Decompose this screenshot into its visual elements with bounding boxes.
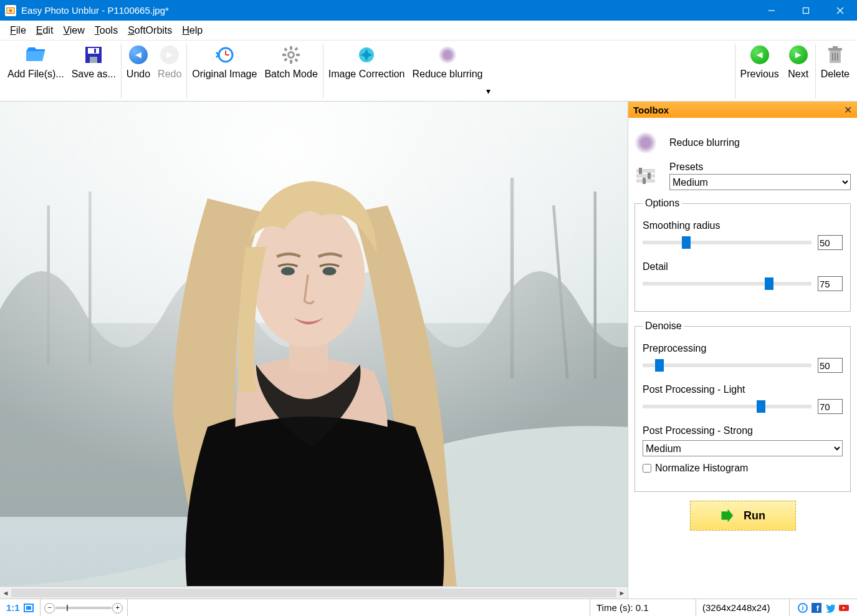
- denoise-fieldset: Denoise Preprocessing Post Processing - …: [634, 320, 851, 492]
- scroll-left-icon[interactable]: ◄: [0, 587, 11, 599]
- run-arrow-icon: [720, 509, 734, 522]
- svg-rect-15: [290, 60, 292, 64]
- svg-rect-21: [284, 57, 287, 61]
- undo-icon: ◄: [128, 44, 149, 65]
- reduce-blurring-button[interactable]: Reduce blurring: [409, 42, 487, 82]
- minimize-button[interactable]: [754, 0, 788, 21]
- svg-rect-14: [290, 46, 292, 50]
- original-image-button[interactable]: Original Image: [188, 42, 261, 82]
- toolbox-section-title: Reduce blurring: [669, 137, 740, 148]
- svg-rect-3: [803, 7, 808, 13]
- svg-rect-25: [828, 48, 842, 51]
- menu-view[interactable]: View: [58, 22, 89, 39]
- twitter-icon[interactable]: [825, 603, 835, 613]
- arrow-right-icon: ►: [788, 44, 809, 65]
- delete-button[interactable]: Delete: [817, 42, 853, 82]
- menu-file[interactable]: File: [5, 22, 31, 39]
- image-canvas[interactable]: [0, 102, 628, 586]
- status-dimensions: (3264x2448x24): [696, 599, 789, 616]
- svg-rect-26: [833, 46, 838, 48]
- toolbox-header: Toolbox ✕: [628, 102, 857, 118]
- save-as-button[interactable]: Save as...: [68, 42, 120, 82]
- status-time: Time (s): 0.1: [590, 599, 696, 616]
- close-button[interactable]: [823, 0, 857, 21]
- svg-rect-8: [90, 57, 97, 63]
- detail-label: Detail: [643, 261, 843, 272]
- poststrong-select[interactable]: Medium: [643, 440, 843, 456]
- menu-tools[interactable]: Tools: [90, 22, 123, 39]
- presets-select[interactable]: Medium: [669, 174, 851, 190]
- postlight-value[interactable]: [818, 399, 843, 414]
- previous-button[interactable]: ◄ Previous: [737, 42, 783, 82]
- menu-softorbits[interactable]: SoftOrbits: [123, 22, 177, 39]
- svg-rect-7: [88, 48, 99, 54]
- svg-rect-17: [296, 54, 300, 56]
- facebook-icon[interactable]: f: [812, 603, 821, 613]
- blur-icon: [437, 44, 458, 65]
- svg-rect-9: [94, 49, 96, 53]
- image-correction-button[interactable]: Image Correction: [325, 42, 409, 82]
- preprocessing-label: Preprocessing: [643, 343, 843, 354]
- normalize-histogram-checkbox[interactable]: Normalize Histogram: [643, 463, 843, 474]
- undo-button[interactable]: ◄ Undo: [123, 42, 154, 82]
- window-title: Easy Photo Unblur - P1100665.jpg*: [21, 5, 754, 16]
- toolbox-panel: Toolbox ✕ Reduce blurring Presets Medium: [628, 102, 857, 599]
- smoothing-label: Smoothing radius: [643, 220, 843, 231]
- smoothing-value[interactable]: [818, 235, 843, 250]
- svg-point-40: [281, 267, 295, 275]
- redo-icon: ►: [159, 44, 180, 65]
- toolbox-close-icon[interactable]: ✕: [844, 104, 852, 116]
- preprocessing-value[interactable]: [818, 358, 843, 373]
- app-icon: [5, 5, 16, 16]
- save-icon: [83, 44, 104, 65]
- status-bar: 1:1 Time (s): 0.1 (3264x2448x24) i f: [0, 599, 857, 616]
- svg-rect-18: [284, 47, 287, 51]
- batch-mode-button[interactable]: Batch Mode: [261, 42, 321, 82]
- presets-label: Presets: [669, 161, 851, 173]
- zoom-slider[interactable]: [55, 607, 112, 609]
- options-fieldset: Options Smoothing radius Detail: [634, 198, 851, 312]
- add-files-button[interactable]: Add File(s)...: [4, 42, 68, 82]
- toolbar: Add File(s)... Save as... ◄ Undo ► Redo …: [0, 41, 857, 102]
- fit-screen-icon[interactable]: [24, 604, 34, 612]
- smoothing-slider[interactable]: [643, 241, 812, 244]
- detail-slider[interactable]: [643, 282, 812, 286]
- horizontal-scrollbar[interactable]: ◄ ►: [0, 586, 628, 599]
- sparkle-icon: [356, 44, 377, 65]
- svg-text:i: i: [802, 604, 803, 612]
- svg-text:f: f: [816, 604, 820, 613]
- blur-icon: [634, 132, 657, 154]
- trash-icon: [825, 44, 846, 65]
- run-button[interactable]: Run: [690, 501, 796, 531]
- reduce-blurring-dropdown[interactable]: ▾: [486, 86, 492, 96]
- svg-point-22: [289, 53, 293, 57]
- sliders-icon: [634, 165, 657, 187]
- next-button[interactable]: ► Next: [783, 42, 814, 82]
- gear-icon: [280, 44, 302, 65]
- arrow-left-icon: ◄: [749, 44, 770, 65]
- scroll-right-icon[interactable]: ►: [616, 587, 628, 599]
- menu-bar: File Edit View Tools SoftOrbits Help: [0, 21, 857, 41]
- youtube-icon[interactable]: [839, 603, 849, 613]
- title-bar: Easy Photo Unblur - P1100665.jpg*: [0, 0, 857, 21]
- poststrong-label: Post Processing - Strong: [643, 425, 843, 436]
- maximize-button[interactable]: [788, 0, 823, 21]
- preprocessing-slider[interactable]: [643, 363, 812, 367]
- svg-rect-16: [282, 54, 286, 56]
- svg-point-1: [9, 9, 12, 12]
- svg-rect-19: [294, 58, 298, 62]
- clock-back-icon: [214, 44, 235, 65]
- postlight-label: Post Processing - Light: [643, 384, 843, 395]
- zoom-11-label[interactable]: 1:1: [6, 602, 20, 613]
- menu-help[interactable]: Help: [177, 22, 208, 39]
- menu-edit[interactable]: Edit: [31, 22, 59, 39]
- folder-open-icon: [25, 44, 46, 65]
- postlight-slider[interactable]: [643, 405, 812, 408]
- redo-button[interactable]: ► Redo: [154, 42, 185, 82]
- detail-value[interactable]: [818, 276, 843, 291]
- info-icon[interactable]: i: [798, 603, 808, 613]
- svg-rect-20: [294, 47, 298, 51]
- svg-rect-43: [26, 606, 31, 610]
- svg-point-41: [322, 267, 336, 275]
